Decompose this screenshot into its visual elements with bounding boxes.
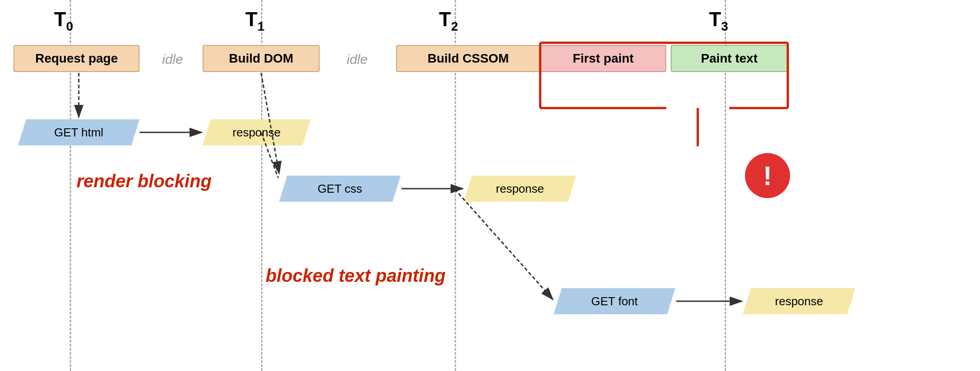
svg-line-7 [455, 189, 553, 299]
proc-request-page: Request page [14, 45, 140, 72]
label-render-blocking: render blocking [77, 171, 212, 191]
time-label-t2: T2 [439, 8, 458, 34]
exclaim-icon: ! [745, 153, 790, 198]
label-blocked-text-painting: blocked text painting [266, 266, 446, 286]
idle-label-1: idle [162, 52, 183, 67]
net-response-1: response [203, 119, 311, 145]
proc-build-dom: Build DOM [203, 45, 320, 72]
idle-label-2: idle [347, 52, 368, 67]
proc-paint-text: Paint text [671, 45, 788, 72]
net-get-html: GET html [18, 119, 140, 145]
proc-first-paint: First paint [540, 45, 666, 72]
time-label-t1: T1 [245, 8, 264, 34]
proc-build-cssom: Build CSSOM [396, 45, 540, 72]
net-response-2: response [464, 176, 576, 202]
net-get-font: GET font [554, 288, 675, 314]
time-label-t3: T3 [709, 8, 728, 34]
time-label-t0: T0 [54, 8, 73, 34]
diagram: T0 T1 T2 T3 Request page idle Build DOM … [0, 0, 980, 371]
net-get-css: GET css [279, 176, 401, 202]
net-response-3: response [743, 288, 855, 314]
